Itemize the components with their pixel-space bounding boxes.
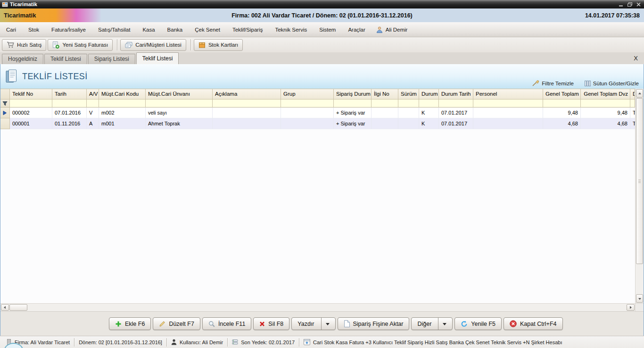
vertical-scroll-thumb[interactable] [636,98,643,264]
filter-clear-link[interactable]: Filtre Temizle [526,80,576,86]
menu-item-ek-senet[interactable]: Çek Senet [189,23,226,37]
filter-cell-m-t-cari-kodu[interactable] [99,99,146,108]
column-header-a-v[interactable]: A/V [87,89,99,99]
column-toggle-link[interactable]: Sütun Göster/Gizle [578,81,641,86]
cell-m-t-cari-kodu: m001 [99,118,146,129]
action-button-i-ncele-f11[interactable]: İncele F11 [202,317,251,330]
menu-item-fatura-i-rsaliye[interactable]: Fatura/İrsaliye [45,23,92,37]
app-logo-icon [2,2,8,7]
menu-item-teklif-sipari[interactable]: Teklif/Sipariş [226,23,269,37]
pencil-icon [159,321,165,327]
vertical-scrollbar[interactable] [635,89,644,303]
column-header-teklif-no[interactable]: Teklif No [10,89,52,99]
vertical-scroll-track[interactable] [636,264,644,294]
scroll-up-button[interactable] [636,89,643,98]
column-header-m-t-cari-nvan[interactable]: Müşt.Cari Ünvanı [146,89,213,99]
menu-item-kasa[interactable]: Kasa [136,23,161,37]
menu-item-sat-tahsilat[interactable]: Satış/Tahsilat [92,23,136,37]
cell-m-t-cari-nvan: Ahmet Toprak [146,118,213,129]
scroll-right-button[interactable] [627,304,635,311]
minimize-icon[interactable] [619,2,623,7]
action-button-label: Yenile F5 [471,321,495,327]
filter-cell-s-r-m[interactable] [398,99,419,108]
filter-cell-d[interactable] [630,99,635,108]
column-header-grup[interactable]: Grup [281,89,334,99]
filter-funnel-icon [2,101,8,106]
column-header-sipari-durum[interactable]: Sipariş Durum [334,89,372,99]
tab-sipari-listesi-2[interactable]: Sipariş Listesi [88,54,135,64]
filter-cell-genel-toplam[interactable] [543,99,581,108]
filter-cell-sipari-durum[interactable] [334,99,372,108]
scroll-left-button[interactable] [1,304,9,311]
filter-cell-durum-tarih[interactable] [439,99,473,108]
column-header-d[interactable]: D [630,89,635,99]
menu-item-ara-lar[interactable]: Araçlar [342,23,371,37]
column-header-personel[interactable]: Personel [473,89,543,99]
column-header-a-klama[interactable]: Açıklama [213,89,281,99]
cell-grup [281,108,334,118]
column-header-i-lgi-no[interactable]: İlgi No [372,89,398,99]
column-header-genel-toplam[interactable]: Genel Toplam [543,89,581,99]
status-item-text: Dönem: 02 [01.01.2016-31.12.2016] [79,340,162,345]
menu-item-teknik-servis[interactable]: Teknik Servis [269,23,313,37]
action-button-kapat-ctrl-f4[interactable]: Kapat Ctrl+F4 [504,317,562,330]
filter-cell-grup[interactable] [281,99,334,108]
scroll-down-button[interactable] [636,294,643,303]
cell-durum: K [419,108,439,118]
filter-cell-genel-toplam-dvz[interactable] [581,99,630,108]
menu-item-stok[interactable]: Stok [22,23,45,37]
table-row-0[interactable]: 00000207.01.2016Vm002veli sayı+ Sipariş … [0,108,635,118]
filter-cell-m-t-cari-nvan[interactable] [146,99,213,108]
column-header-s-r-m[interactable]: Sürüm [398,89,419,99]
action-button-ekle-f6[interactable]: Ekle F6 [109,317,151,330]
menu-item-sistem[interactable]: Sistem [313,23,342,37]
menu-user[interactable]: Ali Demir [372,26,413,33]
tab-teklif-listesi-3[interactable]: Teklif Listesi [136,52,179,64]
close-icon[interactable] [636,2,641,7]
toolbar-separator [117,39,117,50]
filter-cell-personel[interactable] [473,99,543,108]
restore-icon[interactable] [627,2,632,7]
status-item-3: Son Yedek: 02.01.2017 [228,336,299,348]
action-button-d-zelt-f7[interactable]: Düzelt F7 [153,317,200,330]
tab-ho-geldiniz-0[interactable]: Hoşgeldiniz [2,54,43,64]
horizontal-scroll-track[interactable] [27,304,626,311]
cell-a-klama [213,118,281,129]
toolbar-button-yeni-sat-faturas[interactable]: Yeni Satış Faturası [48,39,113,51]
column-header-genel-toplam-dvz[interactable]: Genel Toplam Dvz [581,89,630,99]
filter-cell-a-v[interactable] [87,99,99,108]
column-header-m-t-cari-kodu[interactable]: Müşt.Cari Kodu [99,89,146,99]
toolbar-button-cari-m-teri-listesi[interactable]: Cari/Müşteri Listesi [120,39,186,51]
filter-cell-teklif-no[interactable] [10,99,52,108]
plusbox-icon [304,339,310,345]
menu-item-cari[interactable]: Cari [0,23,22,37]
column-header-tarih[interactable]: Tarih [52,89,87,99]
toolbar-button-stok-kartlar[interactable]: Stok Kartları [194,39,243,51]
action-button-label: Yazdır [297,321,314,327]
filter-cell-a-klama[interactable] [213,99,281,108]
horizontal-scrollbar[interactable] [0,303,635,311]
action-button-sil-f8[interactable]: Sil F8 [253,317,289,330]
horizontal-scroll-thumb[interactable] [9,304,27,311]
cell-d: T [630,118,635,129]
grid-filter-row [0,99,635,108]
table-row-1[interactable]: 00000101.11.2016Am001Ahmet Toprak+ Sipar… [0,118,635,129]
menu-item-banka[interactable]: Banka [161,23,189,37]
filter-cell-tarih[interactable] [52,99,87,108]
column-header-durum-tarih[interactable]: Durum Tarih [439,89,473,99]
cell-i-lgi-no [372,118,398,129]
tab-teklif-listesi-1[interactable]: Teklif Listesi [44,54,87,64]
filter-cell-durum[interactable] [419,99,439,108]
action-button-yenile-f5[interactable]: Yenile F5 [454,317,502,330]
cell-m-t-cari-kodu: m002 [99,108,146,118]
documents-icon [5,69,19,84]
action-button-sipari-fi-ine-aktar[interactable]: Sipariş Fişine Aktar [338,317,410,330]
tab-close-button[interactable]: X [634,55,638,62]
action-button-yazd-r[interactable]: Yazdır [291,317,335,330]
filter-cell-i-lgi-no[interactable] [372,99,398,108]
cell-tarih: 07.01.2016 [52,108,87,118]
column-header-durum[interactable]: Durum [419,89,439,99]
cell-a-klama [213,108,281,118]
action-button-di-er[interactable]: Diğer [411,317,453,330]
toolbar-button-h-zl-sat[interactable]: Hızlı Satış [2,39,46,51]
